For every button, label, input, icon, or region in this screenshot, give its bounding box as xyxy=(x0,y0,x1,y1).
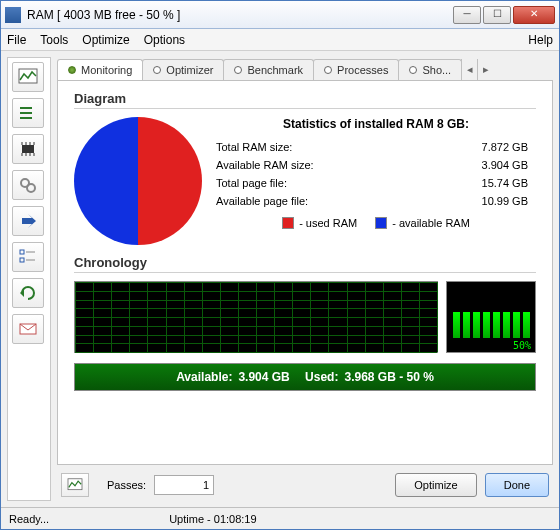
svg-rect-16 xyxy=(20,258,24,262)
sidebar-refresh-icon[interactable] xyxy=(12,278,44,308)
body: Monitoring Optimizer Benchmark Processes… xyxy=(1,51,559,507)
menu-file[interactable]: File xyxy=(7,33,26,47)
passes-input[interactable] xyxy=(154,475,214,495)
window-title: RAM [ 4003 MB free - 50 % ] xyxy=(27,8,453,22)
bars-percent: 50% xyxy=(513,340,531,351)
stat-value: 15.74 GB xyxy=(482,177,528,189)
radio-icon xyxy=(234,66,242,74)
tab-scroll-left[interactable]: ◂ xyxy=(461,59,477,80)
swatch-icon xyxy=(282,217,294,229)
chronology-row: 50% xyxy=(74,281,536,353)
tab-label: Sho... xyxy=(422,64,451,76)
bottom-monitor-icon[interactable] xyxy=(61,473,89,497)
stat-row: Available page file:10.99 GB xyxy=(216,195,536,207)
app-window: RAM [ 4003 MB free - 50 % ] ─ ☐ ✕ File T… xyxy=(0,0,560,530)
statusbar: Ready... Uptime - 01:08:19 xyxy=(1,507,559,529)
stats-title: Statistics of installed RAM 8 GB: xyxy=(216,117,536,131)
stat-label: Available RAM size: xyxy=(216,159,314,171)
menu-tools[interactable]: Tools xyxy=(40,33,68,47)
tab-scroll-right[interactable]: ▸ xyxy=(477,59,493,80)
radio-icon xyxy=(409,66,417,74)
legend: - used RAM - available RAM xyxy=(216,217,536,229)
done-button[interactable]: Done xyxy=(485,473,549,497)
swatch-icon xyxy=(375,217,387,229)
svg-rect-15 xyxy=(20,250,24,254)
status-ready: Ready... xyxy=(9,513,49,525)
radio-icon xyxy=(153,66,161,74)
radio-icon xyxy=(324,66,332,74)
titlebar[interactable]: RAM [ 4003 MB free - 50 % ] ─ ☐ ✕ xyxy=(1,1,559,29)
stat-value: 7.872 GB xyxy=(482,141,528,153)
menu-help[interactable]: Help xyxy=(528,33,553,47)
menu-optimize[interactable]: Optimize xyxy=(82,33,129,47)
tab-label: Monitoring xyxy=(81,64,132,76)
tab-benchmark[interactable]: Benchmark xyxy=(223,59,314,80)
svg-point-14 xyxy=(27,184,35,192)
tab-content: Diagram Statistics of installed RAM 8 GB… xyxy=(57,81,553,465)
app-icon xyxy=(5,7,21,23)
svg-rect-21 xyxy=(68,479,82,490)
sidebar-gear-icon[interactable] xyxy=(12,170,44,200)
stat-label: Total page file: xyxy=(216,177,287,189)
used-value: 3.968 GB - 50 % xyxy=(344,370,433,384)
bottom-row: Passes: Optimize Done xyxy=(57,465,553,501)
tab-shortcuts[interactable]: Sho... xyxy=(398,59,462,80)
chronology-heading: Chronology xyxy=(74,255,536,273)
status-strip: Available: 3.904 GB Used: 3.968 GB - 50 … xyxy=(74,363,536,391)
radio-icon xyxy=(68,66,76,74)
available-value: 3.904 GB xyxy=(238,370,289,384)
maximize-button[interactable]: ☐ xyxy=(483,6,511,24)
diagram-row: Statistics of installed RAM 8 GB: Total … xyxy=(74,117,536,245)
usage-bars: 50% xyxy=(446,281,536,353)
svg-rect-2 xyxy=(20,112,32,114)
menubar: File Tools Optimize Options Help xyxy=(1,29,559,51)
diagram-heading: Diagram xyxy=(74,91,536,109)
svg-rect-3 xyxy=(20,117,32,119)
menu-options[interactable]: Options xyxy=(144,33,185,47)
used-label: Used: xyxy=(305,370,338,384)
stat-row: Available RAM size:3.904 GB xyxy=(216,159,536,171)
tab-label: Optimizer xyxy=(166,64,213,76)
sidebar-monitor-icon[interactable] xyxy=(12,62,44,92)
svg-rect-4 xyxy=(22,145,34,153)
stat-row: Total RAM size:7.872 GB xyxy=(216,141,536,153)
sidebar-mail-icon[interactable] xyxy=(12,314,44,344)
passes-label: Passes: xyxy=(107,479,146,491)
stat-value: 3.904 GB xyxy=(482,159,528,171)
status-uptime: Uptime - 01:08:19 xyxy=(169,513,256,525)
stat-value: 10.99 GB xyxy=(482,195,528,207)
tab-optimizer[interactable]: Optimizer xyxy=(142,59,224,80)
pie-chart xyxy=(74,117,202,245)
close-button[interactable]: ✕ xyxy=(513,6,555,24)
svg-rect-0 xyxy=(19,69,37,83)
legend-label: - used RAM xyxy=(299,217,357,229)
sidebar-checklist-icon[interactable] xyxy=(12,242,44,272)
legend-used: - used RAM xyxy=(282,217,357,229)
window-controls: ─ ☐ ✕ xyxy=(453,6,555,24)
main: Monitoring Optimizer Benchmark Processes… xyxy=(57,57,553,501)
tabstrip: Monitoring Optimizer Benchmark Processes… xyxy=(57,57,553,81)
tab-label: Benchmark xyxy=(247,64,303,76)
optimize-button[interactable]: Optimize xyxy=(395,473,476,497)
tab-label: Processes xyxy=(337,64,388,76)
tab-monitoring[interactable]: Monitoring xyxy=(57,59,143,80)
stat-label: Available page file: xyxy=(216,195,308,207)
legend-available: - available RAM xyxy=(375,217,470,229)
tab-processes[interactable]: Processes xyxy=(313,59,399,80)
sidebar-chip-icon[interactable] xyxy=(12,134,44,164)
stat-row: Total page file:15.74 GB xyxy=(216,177,536,189)
available-label: Available: xyxy=(176,370,232,384)
svg-rect-1 xyxy=(20,107,32,109)
sidebar-shortcut-icon[interactable] xyxy=(12,206,44,236)
stats-panel: Statistics of installed RAM 8 GB: Total … xyxy=(216,117,536,245)
legend-label: - available RAM xyxy=(392,217,470,229)
chronology-graph xyxy=(74,281,438,353)
stat-label: Total RAM size: xyxy=(216,141,292,153)
sidebar xyxy=(7,57,51,501)
sidebar-list-icon[interactable] xyxy=(12,98,44,128)
minimize-button[interactable]: ─ xyxy=(453,6,481,24)
